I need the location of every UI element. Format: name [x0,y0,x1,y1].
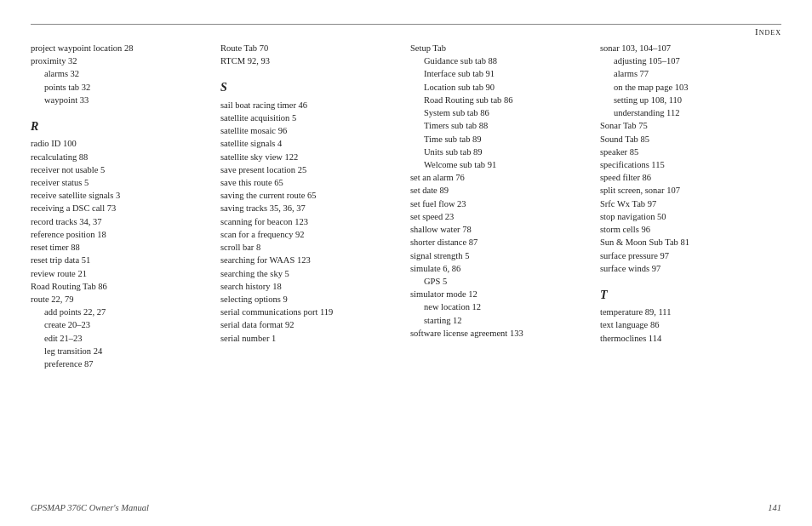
index-entry: route 22, 79 [31,293,212,306]
page-footer: GPSMAP 376C Owner's Manual 141 [31,503,781,512]
index-entry: split screen, sonar 107 [600,184,781,197]
footer-left: GPSMAP 376C Owner's Manual [31,503,149,512]
index-entry: Location sub tab 90 [410,81,592,94]
index-entry: serial communications port 119 [220,306,402,318]
index-entry: edit 21–23 [31,332,212,345]
index-entry: scroll bar 8 [220,241,402,254]
index-entry: scan for a frequency 92 [220,228,402,241]
index-entry: recalculating 88 [31,151,212,163]
index-entry: search history 18 [220,280,402,293]
index-entry: reference position 18 [31,228,212,241]
index-entry: searching for WAAS 123 [220,254,402,266]
index-entry: set speed 23 [410,210,592,223]
index-entry: shorter distance 87 [410,236,592,249]
index-entry: Road Routing sub tab 86 [410,94,592,106]
column-2: Route Tab 70RTCM 92, 93Ssail boat racing… [220,42,410,370]
index-entry: signal strength 5 [410,249,592,262]
index-entry: leg transition 24 [31,345,212,357]
index-entry: waypoint 33 [31,94,212,106]
index-entry: simulator mode 12 [410,288,592,300]
index-entry: scanning for beacon 123 [220,215,402,228]
index-entry: Time sub tab 89 [410,133,592,146]
index-entry: System sub tab 86 [410,106,592,119]
index-entry: on the map page 103 [600,81,781,94]
index-entry: setting up 108, 110 [600,94,781,106]
index-entry: alarms 77 [600,67,781,80]
index-entry: Srfc Wx Tab 97 [600,197,781,210]
index-entry: Welcome sub tab 91 [410,158,592,171]
spacer [220,67,402,72]
index-entry: serial data format 92 [220,318,402,331]
index-entry: selecting options 9 [220,293,402,306]
index-entry: satellite signals 4 [220,137,402,150]
index-entry: Sun & Moon Sub Tab 81 [600,236,781,249]
page: Index project waypoint location 28proxim… [0,0,812,526]
index-entry: set date 89 [410,184,592,197]
index-entry: thermoclines 114 [600,332,781,345]
index-entry: preference 87 [31,357,212,370]
column-4: sonar 103, 104–107adjusting 105–107alarm… [600,42,781,370]
index-entry: receiver status 5 [31,176,212,189]
index-entry: Sonar Tab 75 [600,119,781,132]
index-entry: project waypoint location 28 [31,42,212,54]
index-entry: specifications 115 [600,158,781,171]
index-entry: reset trip data 51 [31,254,212,266]
section-letter-r: R [31,118,212,135]
index-entry: Timers sub tab 88 [410,119,592,132]
index-entry: alarms 32 [31,67,212,80]
spacer [31,106,212,111]
index-entry: radio ID 100 [31,137,212,150]
index-entry: satellite mosaic 96 [220,124,402,137]
index-entry: points tab 32 [31,81,212,94]
index-entry: saving the current route 65 [220,189,402,202]
index-entry: RTCM 92, 93 [220,54,402,67]
index-entry: surface pressure 97 [600,249,781,262]
index-entry: sail boat racing timer 46 [220,99,402,111]
index-entry: set an alarm 76 [410,171,592,184]
index-entry: Road Routing Tab 86 [31,280,212,293]
index-entry: Units sub tab 89 [410,146,592,158]
index-title: Index [755,26,781,37]
index-entry: review route 21 [31,267,212,280]
index-entry: record tracks 34, 37 [31,215,212,228]
index-entry: saving tracks 35, 36, 37 [220,202,402,214]
index-entry: software license agreement 133 [410,327,592,340]
index-entry: Sound Tab 85 [600,133,781,146]
footer-right: 141 [768,503,781,512]
index-entry: satellite acquisition 5 [220,111,402,124]
index-entry: receive satellite signals 3 [31,189,212,202]
index-entry: proximity 32 [31,54,212,67]
index-entry: sonar 103, 104–107 [600,42,781,54]
index-entry: satellite sky view 122 [220,151,402,163]
column-3: Setup TabGuidance sub tab 88Interface su… [410,42,600,370]
page-header: Index [31,24,781,37]
index-entry: create 20–23 [31,318,212,331]
index-entry: storm cells 96 [600,223,781,236]
column-1: project waypoint location 28proximity 32… [31,42,220,370]
index-entry: text language 86 [600,318,781,331]
index-entry: shallow water 78 [410,223,592,236]
index-entry: receiver not usable 5 [31,163,212,176]
section-letter-s: S [220,79,402,96]
index-entry: set fuel flow 23 [410,197,592,210]
index-entry: Interface sub tab 91 [410,67,592,80]
index-entry: temperature 89, 111 [600,306,781,318]
index-entry: Guidance sub tab 88 [410,54,592,67]
index-entry: serial number 1 [220,332,402,345]
index-entry: save present location 25 [220,163,402,176]
index-entry: reset timer 88 [31,241,212,254]
index-entry: Route Tab 70 [220,42,402,54]
index-entry: adjusting 105–107 [600,54,781,67]
index-entry: simulate 6, 86 [410,262,592,275]
index-entry: speed filter 86 [600,171,781,184]
index-entry: stop navigation 50 [600,210,781,223]
index-entry: receiving a DSC call 73 [31,202,212,214]
index-entry: new location 12 [410,300,592,313]
index-columns: project waypoint location 28proximity 32… [31,42,781,370]
index-entry: understanding 112 [600,106,781,119]
index-entry: save this route 65 [220,176,402,189]
index-entry: Setup Tab [410,42,592,54]
index-entry: searching the sky 5 [220,267,402,280]
section-letter-t: T [600,287,781,304]
index-entry: add points 22, 27 [31,306,212,318]
